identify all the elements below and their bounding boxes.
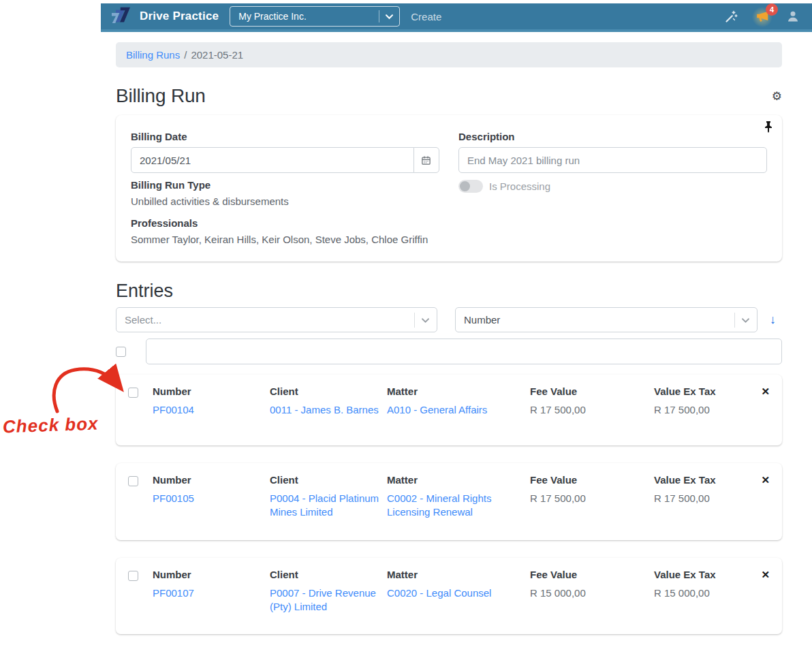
entry-tax-value: R 17 500,00: [654, 403, 749, 417]
entry-tax-value: R 17 500,00: [654, 492, 749, 505]
value-ex-tax-column-label: Value Ex Tax: [654, 386, 749, 397]
entry-card: Number PF00107 Client P0007 - Drive Reve…: [116, 558, 782, 635]
entry-checkbox[interactable]: [128, 388, 138, 398]
brand-name: Drive Practice: [140, 10, 219, 23]
billing-run-card: Billing Date Description: [116, 115, 782, 262]
value-ex-tax-column-label: Value Ex Tax: [654, 474, 749, 486]
number-column-label: Number: [153, 474, 263, 486]
billing-run-type-label: Billing Run Type: [131, 179, 439, 191]
client-column-label: Client: [270, 386, 380, 397]
matter-column-label: Matter: [387, 569, 523, 580]
entry-fee-value: R 17 500,00: [530, 492, 647, 505]
select-divider: [379, 10, 379, 22]
billing-date-label: Billing Date: [131, 131, 439, 142]
fee-value-column-label: Fee Value: [530, 474, 647, 486]
fee-value-column-label: Fee Value: [530, 386, 647, 397]
entry-client-link[interactable]: 0011 - James B. Barnes: [270, 404, 379, 415]
entry-matter-link[interactable]: A010 - General Affairs: [387, 404, 487, 415]
page-content: Billing Runs / 2021-05-21 Billing Run ⚙ …: [116, 42, 782, 634]
is-processing-label: Is Processing: [489, 180, 550, 192]
fee-value-column-label: Fee Value: [530, 569, 647, 580]
remove-entry-icon[interactable]: ✕: [761, 569, 770, 580]
notification-badge: 4: [766, 3, 778, 16]
practice-select[interactable]: My Practice Inc.: [230, 6, 400, 27]
description-label: Description: [458, 131, 767, 142]
professionals-label: Professionals: [131, 217, 767, 229]
entries-title: Entries: [116, 281, 782, 302]
chevron-down-icon: [385, 11, 394, 22]
entries-sort-value: Number: [464, 314, 728, 326]
annotation-text: Check box: [3, 413, 99, 438]
breadcrumb-billing-runs-link[interactable]: Billing Runs: [126, 49, 180, 61]
entries-filter-select[interactable]: Select...: [116, 307, 437, 332]
number-column-label: Number: [153, 569, 263, 580]
breadcrumb-current: 2021-05-21: [191, 49, 243, 61]
entry-fee-value: R 17 500,00: [530, 403, 647, 417]
select-all-checkbox[interactable]: [116, 347, 126, 357]
calendar-icon[interactable]: [413, 147, 439, 173]
page-title: Billing Run: [116, 85, 206, 107]
drive-practice-logo-icon: [110, 5, 134, 28]
brand[interactable]: Drive Practice: [110, 5, 219, 28]
breadcrumb: Billing Runs / 2021-05-21: [116, 42, 782, 67]
entry-checkbox[interactable]: [128, 476, 138, 486]
matter-column-label: Matter: [387, 386, 523, 397]
user-profile-icon[interactable]: [786, 10, 800, 23]
remove-entry-icon[interactable]: ✕: [761, 386, 770, 396]
entry-card: Number PF00104 Client 0011 - James B. Ba…: [116, 375, 782, 445]
entries-sort-select[interactable]: Number: [455, 307, 758, 332]
value-ex-tax-column-label: Value Ex Tax: [654, 569, 749, 580]
professionals-value: Sommer Taylor, Keiran Hills, Keir Olson,…: [131, 234, 767, 245]
entry-number-link[interactable]: PF00104: [153, 404, 194, 415]
settings-gear-icon[interactable]: ⚙: [772, 91, 782, 102]
top-navbar: Drive Practice My Practice Inc. Create 4: [101, 3, 812, 32]
client-column-label: Client: [270, 569, 380, 580]
description-input[interactable]: [458, 147, 767, 173]
matter-column-label: Matter: [387, 474, 523, 486]
entry-number-link[interactable]: PF00107: [153, 587, 194, 599]
client-column-label: Client: [270, 474, 380, 486]
announcements-megaphone-icon[interactable]: 4: [755, 9, 770, 24]
sort-direction-icon[interactable]: ↓: [770, 313, 776, 327]
entry-tax-value: R 15 000,00: [654, 586, 749, 600]
chevron-down-icon: [421, 314, 430, 326]
entry-checkbox[interactable]: [128, 571, 138, 581]
practice-select-value: My Practice Inc.: [238, 11, 307, 22]
chevron-down-icon: [741, 314, 750, 326]
breadcrumb-separator: /: [184, 49, 187, 61]
remove-entry-icon[interactable]: ✕: [761, 474, 770, 485]
entry-matter-link[interactable]: C0020 - Legal Counsel: [387, 587, 491, 599]
entries-search-input[interactable]: [146, 339, 782, 364]
entry-card: Number PF00105 Client P0004 - Placid Pla…: [116, 463, 782, 540]
pin-icon[interactable]: [764, 121, 773, 136]
entry-matter-link[interactable]: C0002 - Mineral Rights Licensing Renewal: [387, 492, 491, 518]
billing-run-type-value: Unbilled activities & disbursements: [131, 195, 439, 207]
entry-fee-value: R 15 000,00: [530, 586, 647, 600]
select-divider: [414, 313, 415, 328]
create-link[interactable]: Create: [411, 11, 441, 22]
entry-client-link[interactable]: P0004 - Placid Platinum Mines Limited: [270, 492, 379, 518]
is-processing-toggle[interactable]: [458, 180, 483, 193]
entries-filter-placeholder: Select...: [125, 314, 408, 326]
number-column-label: Number: [153, 386, 263, 397]
billing-date-input[interactable]: [131, 147, 414, 173]
entry-number-link[interactable]: PF00105: [153, 492, 194, 504]
magic-wand-icon[interactable]: [724, 10, 738, 24]
entry-client-link[interactable]: P0007 - Drive Revenue (Pty) Limited: [270, 587, 376, 612]
select-divider: [734, 313, 735, 328]
